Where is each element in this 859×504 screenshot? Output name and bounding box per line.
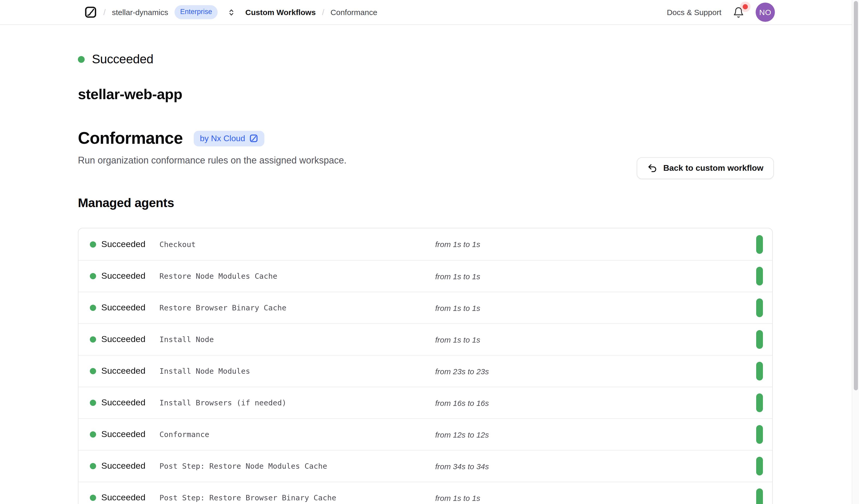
scrollbar-thumb[interactable] bbox=[854, 1, 858, 390]
step-progress-bar-icon bbox=[756, 425, 763, 444]
scrollbar-track bbox=[852, 0, 859, 504]
agent-step-row[interactable]: Succeeded Restore Browser Binary Cache f… bbox=[78, 292, 772, 323]
navbar-actions: Docs & Support NO bbox=[667, 3, 775, 22]
step-progress-bar-icon bbox=[756, 235, 763, 254]
by-nx-cloud-label: by Nx Cloud bbox=[200, 134, 245, 143]
step-duration: from 1s to 1s bbox=[435, 303, 756, 312]
main-content: Succeeded stellar-web-app Conformance by… bbox=[0, 52, 859, 504]
step-status: Succeeded bbox=[101, 429, 160, 440]
step-name: Restore Browser Binary Cache bbox=[160, 304, 435, 312]
step-status: Succeeded bbox=[101, 366, 160, 376]
bell-icon bbox=[733, 6, 744, 18]
step-status: Succeeded bbox=[101, 398, 160, 408]
step-name: Install Browsers (if needed) bbox=[160, 399, 435, 407]
workspace-switcher-icon[interactable] bbox=[227, 7, 236, 17]
agent-step-row[interactable]: Succeeded Checkout from 1s to 1s bbox=[78, 228, 772, 260]
success-dot-icon bbox=[90, 431, 96, 438]
step-name: Restore Node Modules Cache bbox=[160, 272, 435, 280]
notification-dot-icon bbox=[743, 4, 748, 9]
step-duration: from 1s to 1s bbox=[435, 493, 756, 502]
step-progress-bar-icon bbox=[756, 330, 763, 349]
step-name: Install Node bbox=[160, 335, 435, 343]
step-name: Install Node Modules bbox=[160, 367, 435, 375]
step-progress-bar-icon bbox=[756, 267, 763, 286]
user-avatar[interactable]: NO bbox=[756, 3, 775, 22]
nx-cloud-logo-icon bbox=[249, 134, 258, 143]
nx-cloud-app: / stellar-dynamics Enterprise Custom Wor… bbox=[0, 0, 859, 504]
step-progress-bar-icon bbox=[756, 488, 763, 504]
step-progress-bar-icon bbox=[756, 362, 763, 380]
agent-step-row[interactable]: Succeeded Post Step: Restore Browser Bin… bbox=[78, 482, 772, 504]
step-name: Conformance bbox=[160, 430, 435, 439]
success-dot-icon bbox=[90, 336, 96, 342]
agent-step-row[interactable]: Succeeded Restore Node Modules Cache fro… bbox=[78, 260, 772, 292]
breadcrumb-custom-workflows[interactable]: Custom Workflows bbox=[245, 8, 316, 17]
step-duration: from 16s to 16s bbox=[435, 398, 756, 407]
agent-step-row[interactable]: Succeeded Post Step: Restore Node Module… bbox=[78, 450, 772, 482]
success-dot-icon bbox=[90, 273, 96, 279]
enterprise-badge: Enterprise bbox=[175, 5, 218, 19]
step-duration: from 1s to 1s bbox=[435, 335, 756, 344]
step-duration: from 23s to 23s bbox=[435, 367, 756, 376]
success-dot-icon bbox=[78, 56, 85, 63]
success-dot-icon bbox=[90, 241, 96, 247]
managed-agents-heading: Managed agents bbox=[78, 196, 773, 210]
success-dot-icon bbox=[90, 495, 96, 501]
breadcrumb: / stellar-dynamics Enterprise Custom Wor… bbox=[84, 5, 377, 19]
step-status: Succeeded bbox=[101, 239, 160, 249]
success-dot-icon bbox=[90, 400, 96, 406]
step-duration: from 1s to 1s bbox=[435, 272, 756, 280]
workflow-heading-row: Conformance by Nx Cloud bbox=[78, 129, 773, 148]
undo-arrow-icon bbox=[647, 163, 658, 173]
step-duration: from 34s to 34s bbox=[435, 462, 756, 471]
success-dot-icon bbox=[90, 305, 96, 311]
step-status: Succeeded bbox=[101, 334, 160, 345]
workspace-title: stellar-web-app bbox=[78, 86, 773, 103]
step-name: Checkout bbox=[160, 240, 435, 248]
step-status: Succeeded bbox=[101, 303, 160, 313]
step-progress-bar-icon bbox=[756, 299, 763, 317]
back-button-label: Back to custom workflow bbox=[663, 164, 764, 173]
success-dot-icon bbox=[90, 463, 96, 469]
step-status: Succeeded bbox=[101, 492, 160, 503]
breadcrumb-separator: / bbox=[103, 7, 106, 17]
breadcrumb-org[interactable]: stellar-dynamics bbox=[112, 8, 168, 17]
breadcrumb-page: Conformance bbox=[331, 8, 377, 17]
step-duration: from 1s to 1s bbox=[435, 240, 756, 249]
step-duration: from 12s to 12s bbox=[435, 430, 756, 439]
nx-cloud-logo-icon[interactable] bbox=[84, 6, 97, 19]
managed-agents-card: Succeeded Checkout from 1s to 1s Succeed… bbox=[78, 228, 773, 504]
docs-support-link[interactable]: Docs & Support bbox=[667, 8, 721, 17]
by-nx-cloud-badge[interactable]: by Nx Cloud bbox=[194, 131, 265, 146]
back-to-custom-workflow-button[interactable]: Back to custom workflow bbox=[637, 157, 774, 179]
step-progress-bar-icon bbox=[756, 394, 763, 412]
notifications-button[interactable] bbox=[733, 6, 744, 18]
breadcrumb-separator: / bbox=[322, 7, 324, 17]
step-name: Post Step: Restore Node Modules Cache bbox=[160, 462, 435, 470]
run-status: Succeeded bbox=[78, 52, 773, 66]
step-status: Succeeded bbox=[101, 461, 160, 471]
step-name: Post Step: Restore Browser Binary Cache bbox=[160, 494, 435, 502]
agent-step-row[interactable]: Succeeded Install Browsers (if needed) f… bbox=[78, 387, 772, 418]
success-dot-icon bbox=[90, 368, 96, 374]
agent-step-row[interactable]: Succeeded Install Node from 1s to 1s bbox=[78, 323, 772, 355]
step-status: Succeeded bbox=[101, 271, 160, 281]
agent-step-row[interactable]: Succeeded Install Node Modules from 23s … bbox=[78, 355, 772, 387]
workflow-title: Conformance bbox=[78, 129, 183, 148]
top-navbar: / stellar-dynamics Enterprise Custom Wor… bbox=[0, 0, 859, 25]
step-progress-bar-icon bbox=[756, 457, 763, 475]
run-status-label: Succeeded bbox=[92, 52, 153, 66]
agent-step-row[interactable]: Succeeded Conformance from 12s to 12s bbox=[78, 418, 772, 450]
